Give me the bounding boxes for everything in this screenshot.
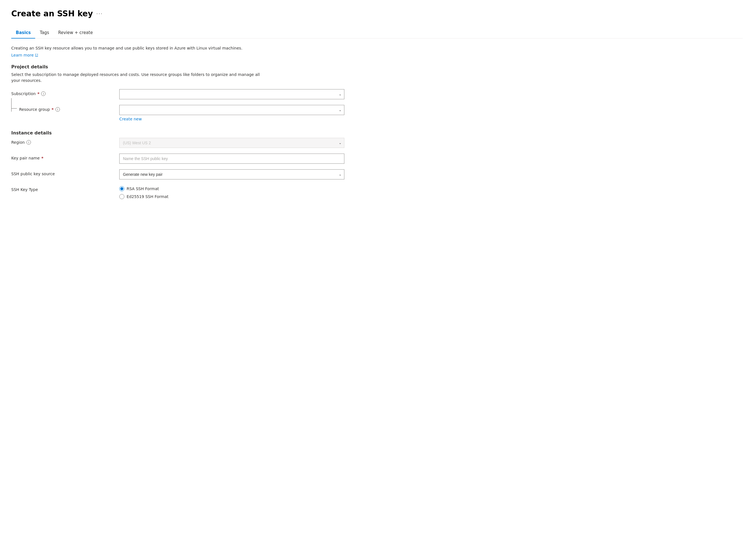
- ssh-key-type-control: RSA SSH Format Ed25519 SSH Format: [119, 185, 344, 199]
- ssh-key-type-rsa-label: RSA SSH Format: [126, 186, 159, 191]
- region-dropdown[interactable]: (US) West US 2: [119, 138, 344, 148]
- instance-details-title: Instance details: [11, 130, 743, 136]
- ssh-source-label-col: SSH public key source: [11, 169, 113, 176]
- tab-tags[interactable]: Tags: [35, 27, 54, 39]
- key-pair-name-control: [119, 154, 344, 164]
- key-pair-name-required: *: [41, 156, 43, 160]
- ssh-key-type-row: SSH Key Type RSA SSH Format Ed25519 SSH …: [11, 185, 743, 199]
- ssh-key-type-radio-group: RSA SSH Format Ed25519 SSH Format: [119, 185, 344, 199]
- region-label: Region: [11, 140, 25, 144]
- resource-group-dropdown[interactable]: [119, 105, 344, 115]
- ssh-source-row: SSH public key source Generate new key p…: [11, 169, 743, 179]
- region-dropdown-wrapper: (US) West US 2 ⌄: [119, 138, 344, 148]
- resource-group-label: Resource group: [19, 107, 50, 112]
- project-details-section: Project details Select the subscription …: [11, 64, 743, 121]
- ssh-key-type-ed25519-label: Ed25519 SSH Format: [126, 194, 168, 199]
- resource-group-info-icon[interactable]: i: [55, 107, 60, 112]
- tab-basics[interactable]: Basics: [11, 27, 35, 39]
- subscription-label-col: Subscription * i: [11, 89, 113, 96]
- learn-more-link[interactable]: Learn more: [11, 53, 38, 57]
- page-title-container: Create an SSH key ···: [11, 9, 743, 18]
- project-details-description: Select the subscription to manage deploy…: [11, 72, 264, 83]
- ssh-key-type-rsa-radio[interactable]: [119, 186, 124, 191]
- key-pair-name-row: Key pair name *: [11, 154, 743, 164]
- ssh-source-dropdown-wrapper: Generate new key pairUse existing key st…: [119, 169, 344, 179]
- region-label-col: Region i: [11, 138, 113, 144]
- resource-group-dropdown-wrapper: ⌄: [119, 105, 344, 115]
- ssh-source-dropdown[interactable]: Generate new key pairUse existing key st…: [119, 169, 344, 179]
- instance-details-section: Instance details Region i (US) West US 2…: [11, 130, 743, 199]
- project-details-title: Project details: [11, 64, 743, 69]
- region-info-icon[interactable]: i: [26, 140, 31, 144]
- ssh-source-control: Generate new key pairUse existing key st…: [119, 169, 344, 179]
- subscription-row: Subscription * i ⌄: [11, 89, 743, 99]
- tab-review-create[interactable]: Review + create: [54, 27, 97, 39]
- resource-group-control: ⌄ Create new: [119, 105, 344, 121]
- ssh-key-type-ed25519-radio[interactable]: [119, 194, 124, 199]
- ssh-source-label: SSH public key source: [11, 172, 55, 176]
- page-title: Create an SSH key: [11, 9, 93, 18]
- page-description: Creating an SSH key resource allows you …: [11, 45, 264, 51]
- key-pair-name-input[interactable]: [119, 154, 344, 164]
- resource-group-row: Resource group * i ⌄ Create new: [11, 105, 743, 121]
- subscription-info-icon[interactable]: i: [41, 92, 45, 96]
- key-pair-name-label: Key pair name: [11, 156, 40, 160]
- key-pair-name-label-col: Key pair name *: [11, 154, 113, 160]
- subscription-dropdown-wrapper: ⌄: [119, 89, 344, 99]
- region-control: (US) West US 2 ⌄: [119, 138, 344, 148]
- page-title-ellipsis: ···: [96, 11, 103, 17]
- subscription-required: *: [37, 92, 39, 96]
- ssh-key-type-label-col: SSH Key Type: [11, 185, 113, 192]
- tab-bar: Basics Tags Review + create: [11, 27, 743, 39]
- resource-group-required: *: [52, 107, 54, 112]
- create-new-link[interactable]: Create new: [119, 117, 142, 121]
- ssh-key-type-ed25519-option[interactable]: Ed25519 SSH Format: [119, 194, 344, 199]
- region-row: Region i (US) West US 2 ⌄: [11, 138, 743, 148]
- subscription-dropdown[interactable]: [119, 89, 344, 99]
- ssh-key-type-label: SSH Key Type: [11, 187, 38, 192]
- resource-group-label-col: Resource group * i: [11, 105, 113, 112]
- subscription-control: ⌄: [119, 89, 344, 99]
- ssh-key-type-rsa-option[interactable]: RSA SSH Format: [119, 186, 344, 191]
- external-link-icon: [35, 54, 38, 57]
- subscription-label: Subscription: [11, 92, 36, 96]
